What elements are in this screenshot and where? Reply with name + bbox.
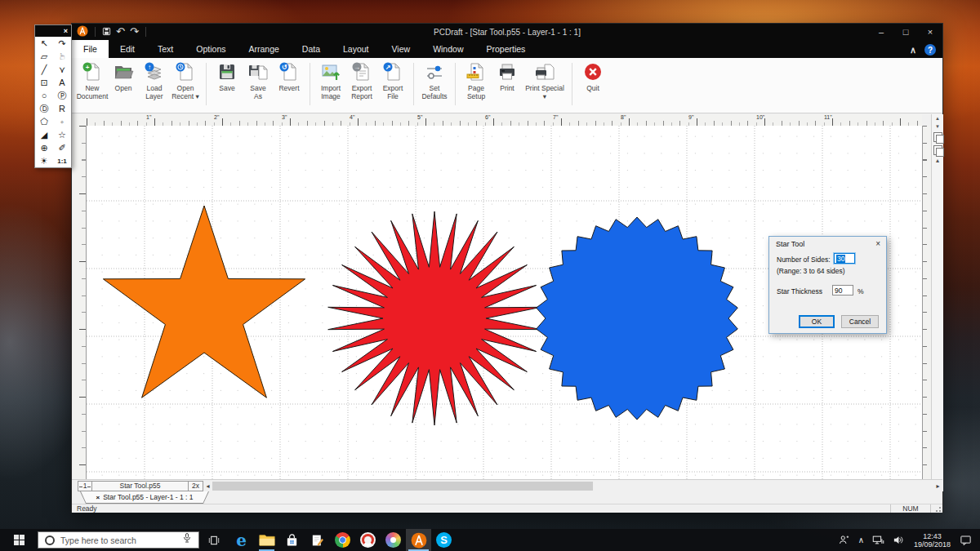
export-report-button[interactable]: →ExportReport xyxy=(347,61,376,100)
maximize-button[interactable]: □ xyxy=(893,24,918,40)
menu-layout[interactable]: Layout xyxy=(332,40,381,58)
collapse-ribbon-icon[interactable]: ∧ xyxy=(910,45,916,56)
taskbar-app-paint-app[interactable] xyxy=(381,529,406,551)
menu-edit[interactable]: Edit xyxy=(109,40,146,58)
vertical-scrollbar[interactable]: ▲ ▼ ▴ ▾ xyxy=(931,114,943,491)
number-of-sides-field[interactable]: 30 xyxy=(834,253,855,264)
menu-view[interactable]: View xyxy=(381,40,422,58)
start-button[interactable] xyxy=(0,529,38,551)
vscroll-track[interactable] xyxy=(932,165,943,483)
inch-label: 9" xyxy=(688,114,693,120)
palette-close-icon[interactable]: × xyxy=(64,27,68,35)
set-defaults-button[interactable]: SetDefaults xyxy=(420,61,449,100)
taskbar-app-file-explorer[interactable] xyxy=(254,529,279,551)
thirty-point-star-90-percent[interactable] xyxy=(537,217,738,420)
help-icon[interactable]: ? xyxy=(924,44,936,56)
quit-button[interactable]: Quit xyxy=(578,61,608,92)
thirty-point-starburst[interactable] xyxy=(328,211,541,425)
print-button[interactable]: Print xyxy=(492,61,522,92)
ok-button[interactable]: OK xyxy=(799,315,835,328)
taskbar-app-chrome[interactable] xyxy=(330,529,355,551)
menu-options[interactable]: Options xyxy=(185,40,237,58)
load-layer-button[interactable]: ↑LoadLayer xyxy=(140,61,169,100)
new-document-button[interactable]: +NewDocument xyxy=(78,61,107,100)
spinner-up-icon[interactable]: ▲ xyxy=(935,114,940,122)
line-tool[interactable]: ╱ xyxy=(35,63,53,76)
save-button[interactable]: Save xyxy=(212,61,242,92)
open-recent-button[interactable]: OpenRecent ▾ xyxy=(171,61,200,100)
taskbar-app-edge[interactable]: e xyxy=(229,529,254,551)
menu-data[interactable]: Data xyxy=(291,40,332,58)
undo-icon[interactable]: ↶ xyxy=(114,27,127,37)
network-icon[interactable] xyxy=(868,529,889,551)
revert-button[interactable]: ↺Revert xyxy=(274,61,304,92)
close-button[interactable]: × xyxy=(918,24,942,40)
document-tab[interactable]: × Star Tool.p55 - Layer-1 - 1 : 1 xyxy=(80,491,209,504)
star-thickness-field[interactable]: 90 xyxy=(832,285,853,295)
menu-arrange[interactable]: Arrange xyxy=(237,40,290,58)
action-center-icon[interactable] xyxy=(956,529,980,551)
title-bar[interactable]: ↶ ↷ PCDraft - [Star Tool.p55 - Layer-1 -… xyxy=(72,24,942,40)
zoom-level-box[interactable]: 2x xyxy=(189,481,203,491)
tab-close-icon[interactable]: × xyxy=(96,494,100,501)
spinner-down-icon[interactable]: ▼ xyxy=(935,122,940,131)
page-setup-button[interactable]: PageSetup xyxy=(461,61,491,100)
redo-icon[interactable]: ↷ xyxy=(127,27,141,37)
import-image-button[interactable]: ImportImage xyxy=(316,61,345,100)
tray-chevron-up-icon[interactable]: ∧ xyxy=(854,529,868,551)
taskbar-app-measure-app[interactable] xyxy=(355,529,381,551)
menu-text[interactable]: Text xyxy=(146,40,185,58)
parallel-polygon-tool[interactable]: Ⓟ xyxy=(53,89,71,102)
polygon-tool[interactable]: ⬠ xyxy=(35,115,53,128)
svg-text:→: → xyxy=(354,64,360,71)
text-tool[interactable]: A xyxy=(53,76,71,89)
star-tool[interactable]: ☆ xyxy=(53,128,71,141)
eyedropper-tool[interactable]: ✐ xyxy=(53,141,71,154)
page-select-icon[interactable] xyxy=(933,145,942,155)
menu-window[interactable]: Window xyxy=(421,40,474,58)
menu-properties[interactable]: Properties xyxy=(474,40,537,58)
menu-file[interactable]: File xyxy=(72,40,109,58)
resize-grip[interactable] xyxy=(931,504,942,513)
taskbar-clock[interactable]: 12:43 19/09/2018 xyxy=(909,529,956,551)
scroll-right-arrow[interactable]: ▸ xyxy=(933,482,942,490)
people-icon[interactable] xyxy=(834,529,854,551)
quick-save-icon[interactable] xyxy=(100,27,114,38)
task-view-button[interactable] xyxy=(199,529,229,551)
dialog-close-icon[interactable]: × xyxy=(875,239,880,248)
minimize-button[interactable]: – xyxy=(869,24,893,40)
reshape-tool[interactable]: R xyxy=(53,102,71,115)
hscroll-thumb[interactable] xyxy=(212,482,593,491)
print-special-button[interactable]: Print Special▾ xyxy=(523,61,566,100)
save-as-button[interactable]: SaveAs xyxy=(243,61,273,100)
select-tool[interactable]: ↖ xyxy=(35,37,53,50)
symbol-tool[interactable]: ⊕ xyxy=(35,141,53,154)
cancel-button[interactable]: Cancel xyxy=(841,315,879,328)
taskbar-app-skype[interactable]: S xyxy=(431,529,457,551)
volume-icon[interactable] xyxy=(889,529,909,551)
duplicate-page-icon[interactable] xyxy=(933,132,942,142)
freeform-tool[interactable]: ◢ xyxy=(35,128,53,141)
page-indicator[interactable]: 1 xyxy=(78,481,92,491)
taskbar-search[interactable]: Type here to search xyxy=(38,531,199,549)
palette-title-bar[interactable]: × xyxy=(35,25,71,37)
rectangle-tool[interactable]: ⊡ xyxy=(35,76,53,89)
pan-tool[interactable]: ☞ xyxy=(56,47,69,65)
lamp-tool[interactable]: ☀ xyxy=(35,154,53,167)
hscroll-track[interactable] xyxy=(212,481,933,491)
microphone-icon[interactable] xyxy=(182,532,192,548)
taskbar-app-pcdraft[interactable] xyxy=(406,529,431,551)
small-ellipse-tool[interactable]: ◦ xyxy=(53,115,71,128)
taskbar-app-store[interactable] xyxy=(279,529,305,551)
scroll-up-arrow[interactable]: ▴ xyxy=(936,157,939,165)
ellipse-tool[interactable]: ○ xyxy=(35,89,53,102)
dimension-tool[interactable]: Ⓓ xyxy=(35,102,53,115)
taskbar-app-notes-app[interactable] xyxy=(305,529,330,551)
marquee-tool[interactable]: ▱ xyxy=(35,50,53,63)
scroll-left-arrow[interactable]: ◂ xyxy=(203,482,212,490)
document-name-box[interactable]: Star Tool.p55 xyxy=(92,481,189,491)
export-file-button[interactable]: ↗ExportFile xyxy=(378,61,408,100)
actual-size-tool[interactable]: 1:1 xyxy=(53,154,71,167)
open-button[interactable]: Open xyxy=(109,61,138,92)
five-point-star[interactable] xyxy=(103,206,305,398)
